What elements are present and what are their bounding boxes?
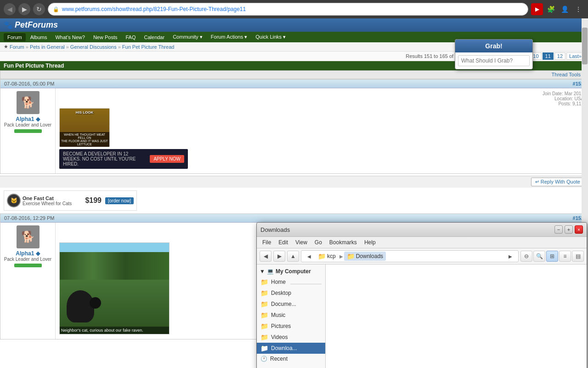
home-separator [290, 284, 322, 284]
fm-path-prev-btn[interactable]: ◀ [303, 251, 315, 262]
fm-window-title: Downloads [260, 226, 290, 233]
fm-menu-help[interactable]: Help [361, 238, 379, 247]
pictures-folder-icon: 📁 [260, 322, 268, 330]
sidebar-item-home[interactable]: 📁 Home [257, 276, 325, 288]
grab-title: Grab! [455, 40, 532, 52]
nav-community[interactable]: Community ▾ [169, 33, 206, 41]
nav-forum-actions[interactable]: Forum Actions ▾ [207, 33, 251, 41]
fm-path-next-btn[interactable]: ▶ [504, 251, 516, 262]
fm-view-grid-btn[interactable]: ⊞ [546, 251, 558, 262]
fm-menu-edit[interactable]: Edit [275, 238, 292, 247]
fm-breadcrumb-downloads[interactable]: 📁 Downloads [344, 252, 386, 261]
cat-wheel-order-btn[interactable]: [order now] [105, 197, 134, 204]
cat-wheel-product: Exercise Wheel for Cats [23, 201, 72, 206]
sidebar-item-desktop-label: Desktop [271, 290, 291, 296]
sidebar-item-downloads[interactable]: 📁 Downloa... [257, 343, 325, 354]
fm-menu-bookmarks[interactable]: Bookmarks [326, 238, 361, 247]
nav-forum[interactable]: Forum [4, 33, 26, 41]
computer-icon: 💻 [267, 268, 274, 275]
menu-button[interactable]: ⋮ [572, 3, 584, 15]
music-folder-icon: 📁 [260, 311, 268, 319]
sidebar-item-music[interactable]: 📁 Music [257, 310, 325, 321]
home-folder-icon: 📁 [260, 278, 268, 286]
developer-ad-banner: BECOME A DEVELOPER IN 12 WEEKS. NO COST … [59, 149, 188, 169]
fm-menu-file[interactable]: File [259, 238, 275, 247]
post-151-body: 🐕 Alpha1 ◆ Pack Leader and Lover Join Da… [0, 88, 588, 173]
post-152-image: Neighbor's cat, curious about our fake r… [59, 242, 170, 334]
logo-paw-icon: 🐾 [4, 21, 13, 29]
sidebar-item-pictures[interactable]: 📁 Pictures [257, 321, 325, 332]
fm-maximize-btn[interactable]: + [565, 225, 573, 234]
fm-forward-btn[interactable]: ▶ [273, 251, 285, 262]
scrollbar-thumb[interactable] [582, 28, 588, 64]
nav-whatsnew[interactable]: What's New? [51, 33, 88, 41]
documents-folder-icon: 📁 [260, 300, 268, 308]
breadcrumb-icon: ★ [4, 44, 8, 50]
breadcrumb-general[interactable]: General Discussions [70, 44, 117, 50]
nav-albums[interactable]: Albums [27, 33, 51, 41]
breadcrumb-pets[interactable]: Pets in General [30, 44, 65, 50]
address-bar[interactable]: 🔒 www.petforums.com/showthread.php/8219-… [48, 3, 528, 16]
post-152-avatar-col: 🐕 Alpha1 ◆ Pack Leader and Lover [0, 223, 56, 339]
nav-quick-links[interactable]: Quick Links ▾ [252, 33, 289, 41]
sidebar-item-videos[interactable]: 📁 Videos [257, 332, 325, 343]
fm-minimize-btn[interactable]: − [554, 225, 563, 234]
sidebar-item-downloads-label: Downloa... [271, 345, 297, 351]
cat-silhouette [67, 290, 94, 322]
post-151-meta: Join Date: Mar 2012 Location: USA Posts:… [59, 91, 584, 106]
cat-wheel-name: One Fast Cat [23, 196, 72, 201]
avatar-152: 🐕 [17, 225, 40, 248]
back-button[interactable]: ◀ [4, 3, 16, 15]
post-151-image: HIS LOOK WHEN HE THOUGHT MEAT FELL ONTHE… [59, 108, 110, 147]
post-151-rep [14, 129, 42, 133]
extensions-button[interactable]: 🧩 [545, 3, 557, 15]
fm-view-list-btn[interactable]: ≡ [559, 251, 571, 262]
grab-input-wrapper [458, 55, 530, 66]
breadcrumb-separator: ▶ [339, 254, 344, 259]
youtube-icon[interactable]: ▶ [531, 3, 543, 15]
breadcrumb-forum[interactable]: Forum [10, 44, 24, 50]
refresh-button[interactable]: ↻ [33, 3, 45, 15]
fm-close-btn[interactable]: × [575, 225, 583, 234]
post-151-username[interactable]: Alpha1 ◆ [16, 116, 40, 122]
recent-icon: 🕐 [260, 356, 267, 362]
fm-breadcrumb-kcp[interactable]: 📁 kcp [315, 252, 339, 261]
nav-faq[interactable]: FAQ [122, 33, 140, 41]
nav-newposts[interactable]: New Posts [90, 33, 121, 41]
image-caption-text: WHEN HE THOUGHT MEAT FELL ONTHE FLOOR AN… [60, 132, 109, 147]
thread-tools-btn[interactable]: Thread Tools ▾ [552, 72, 585, 78]
fm-view-search-btn[interactable]: 🔍 [533, 251, 545, 262]
sidebar-item-recent[interactable]: 🕐 Recent [257, 354, 325, 364]
breadcrumb-thread[interactable]: Fun Pet Picture Thread [122, 44, 175, 50]
post-152-username[interactable]: Alpha1 ◆ [16, 250, 40, 257]
sidebar-item-desktop[interactable]: 📁 Desktop [257, 288, 325, 299]
fm-back-btn[interactable]: ◀ [260, 251, 271, 262]
page-12[interactable]: 12 [554, 52, 565, 60]
fm-window-controls: − + × [554, 225, 583, 234]
page-11[interactable]: 11 [543, 52, 554, 60]
bird-silhouette [90, 297, 101, 309]
reply-with-quote-btn-1[interactable]: ↵ Reply With Quote [531, 178, 584, 186]
kcp-folder-icon: 📁 [318, 253, 326, 260]
developer-ad-text: BECOME A DEVELOPER IN 12 WEEKS. NO COST … [63, 151, 146, 167]
fm-view-detail-btn[interactable]: ▤ [572, 251, 584, 262]
profile-button[interactable]: 👤 [559, 3, 571, 15]
fm-up-btn[interactable]: ▲ [287, 251, 299, 262]
fm-menu-go[interactable]: Go [311, 238, 326, 247]
grab-input[interactable] [458, 55, 530, 66]
forward-button[interactable]: ▶ [18, 3, 30, 15]
browser-toolbar: ◀ ▶ ↻ 🔒 www.petforums.com/showthread.php… [0, 0, 588, 18]
fm-body: ▼ 💻 My Computer 📁 Home 📁 Desktop 📁 Docum… [257, 264, 587, 368]
post-151-usertitle: Pack Leader and Lover [4, 122, 51, 127]
post-152-header: 07-08-2016, 12:29 PM #152 [0, 214, 588, 223]
post-152-date: 07-08-2016, 12:29 PM [4, 215, 54, 221]
fm-view-zoom-out-btn[interactable]: ⊖ [520, 251, 532, 262]
developer-ad-button[interactable]: APPLY NOW [150, 155, 184, 163]
post-151-content: Join Date: Mar 2012 Location: USA Posts:… [56, 88, 588, 173]
sidebar-item-documents[interactable]: 📁 Docume... [257, 299, 325, 310]
sidebar-item-home-label: Home [271, 279, 286, 285]
fm-menu-view[interactable]: View [292, 238, 311, 247]
fm-sidebar-my-computer[interactable]: ▼ 💻 My Computer [257, 266, 325, 276]
fm-breadcrumb-downloads-label: Downloads [356, 253, 383, 259]
nav-calendar[interactable]: Calendar [141, 33, 169, 41]
